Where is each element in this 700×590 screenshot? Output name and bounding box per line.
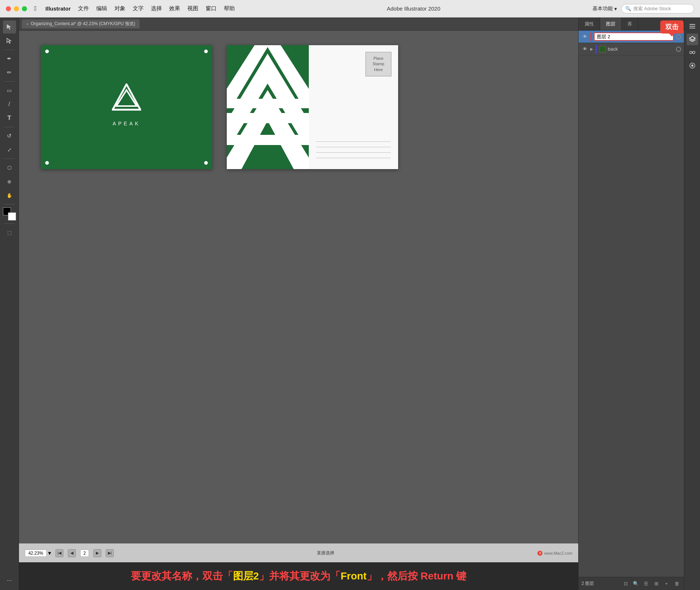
logo-area: APEAK	[112, 83, 141, 126]
nav-next-button[interactable]: ▶	[93, 549, 101, 557]
address-lines	[316, 141, 391, 158]
nav-first-button[interactable]: |◀	[55, 549, 63, 557]
tab-layers-label: 图层	[606, 21, 615, 27]
document-tab[interactable]: × Organizing_Content.ai* @ 42.23% (CMYK/…	[22, 19, 140, 28]
menu-object[interactable]: 对象	[114, 5, 125, 12]
line-icon: /	[8, 101, 10, 108]
zoom-tool[interactable]: ⊕	[3, 175, 16, 188]
panel-options-button[interactable]: ☰	[642, 579, 650, 588]
background-color[interactable]	[8, 212, 16, 220]
selection-tool[interactable]	[3, 20, 16, 34]
tab-properties[interactable]: 属性	[579, 17, 600, 30]
menu-edit[interactable]: 编辑	[96, 5, 107, 12]
pen-tool[interactable]: ✒	[3, 52, 16, 65]
page-number[interactable]: 2	[80, 550, 89, 557]
logo-text: APEAK	[113, 121, 141, 126]
toolbar-separator-3	[4, 127, 15, 127]
address-line-2	[316, 147, 391, 147]
toolbar-separator-4	[4, 159, 15, 159]
instruction-prefix: 要更改其名称，双击「	[131, 569, 233, 583]
address-line-4	[316, 158, 391, 158]
type-tool[interactable]: T	[3, 112, 16, 125]
center-area: × Organizing_Content.ai* @ 42.23% (CMYK/…	[19, 17, 578, 590]
links-icon	[689, 49, 696, 56]
canvas-area[interactable]: APEAK	[19, 31, 578, 543]
layer-vis-icon-layer2[interactable]: 👁	[582, 34, 588, 40]
layer-target-circle-layer2[interactable]	[676, 34, 681, 39]
nav-prev-button[interactable]: ◀	[68, 549, 76, 557]
new-sublayer-button[interactable]: ⊞	[652, 579, 661, 588]
instruction-layer-name: 图层2	[233, 569, 259, 583]
menu-text[interactable]: 文字	[133, 5, 144, 12]
tab-library[interactable]: 库	[622, 17, 638, 30]
menu-window[interactable]: 窗口	[206, 5, 217, 12]
make-clipping-mask-button[interactable]: ⊡	[621, 579, 630, 588]
more-tools[interactable]: ···	[3, 574, 16, 587]
macz-logo-small: Z www.MacZ.com	[537, 551, 572, 556]
instruction-suffix: 」，然后按 Return 键	[367, 569, 467, 583]
artboard-left: APEAK	[41, 45, 212, 169]
layers-panel-button[interactable]	[687, 34, 698, 45]
rectangle-tool[interactable]: ▭	[3, 84, 16, 97]
new-layer-button[interactable]: +	[662, 579, 671, 588]
hand-tool[interactable]: ✋	[3, 189, 16, 202]
tab-close-button[interactable]: ×	[26, 22, 28, 26]
artboard-tool[interactable]: ⬚	[3, 226, 16, 239]
menu-help[interactable]: 帮助	[224, 5, 235, 12]
properties-panel-button[interactable]	[687, 20, 698, 32]
hand-icon: ✋	[7, 193, 12, 198]
menu-select[interactable]: 选择	[151, 5, 162, 12]
layer-expand-icon-back[interactable]: ▶	[590, 47, 593, 51]
layer-vis-icon-back[interactable]: 👁	[582, 46, 588, 52]
color-boxes[interactable]	[3, 207, 16, 220]
corner-dot-br	[204, 161, 208, 165]
find-object-button[interactable]: 🔍	[631, 579, 640, 588]
workspace-button[interactable]: 基本功能 ▾	[592, 5, 617, 12]
rotate-tool[interactable]: ↺	[3, 129, 16, 142]
stamp-text: PlaceStampHere	[373, 56, 384, 73]
app-title: Adobe Illustrator 2020	[242, 5, 585, 12]
artboard-icon: ⬚	[7, 230, 12, 235]
properties-icon	[689, 23, 696, 30]
search-box[interactable]: 🔍 搜索 Adobe Stock	[621, 4, 694, 13]
app-name[interactable]: Illustrator	[46, 5, 71, 12]
rotate-icon: ↺	[7, 133, 12, 139]
layer-row-back[interactable]: 👁 ▶ back	[579, 43, 684, 55]
menu-effect[interactable]: 效果	[169, 5, 180, 12]
layer-target-circle-back[interactable]	[676, 47, 681, 52]
apple-menu[interactable]: 	[34, 5, 37, 12]
color-wheel-button[interactable]	[687, 60, 698, 71]
eraser-tool[interactable]: ⬡	[3, 161, 16, 174]
maximize-button[interactable]	[22, 6, 27, 11]
search-placeholder: 搜索 Adobe Stock	[633, 5, 671, 12]
brush-tool[interactable]: ✏	[3, 66, 16, 79]
panel-tabs: 属性 图层 库 双击	[579, 17, 684, 31]
svg-point-21	[691, 65, 693, 67]
instruction-new-name: Front	[341, 570, 367, 582]
tab-layers[interactable]: 图层	[600, 17, 622, 30]
menu-file[interactable]: 文件	[78, 5, 89, 12]
workspace-label: 基本功能	[592, 5, 613, 12]
tab-properties-label: 属性	[584, 21, 594, 27]
layer-name-back: back	[608, 46, 674, 52]
layers-count: 2 图层	[582, 581, 620, 587]
line-tool[interactable]: /	[3, 98, 16, 111]
zoom-dropdown-icon[interactable]: ▾	[48, 550, 51, 556]
direct-selection-tool[interactable]	[3, 34, 16, 47]
layer-color-bar-layer2	[590, 32, 592, 41]
menu-view[interactable]: 视图	[187, 5, 198, 12]
svg-rect-11	[689, 24, 695, 25]
links-panel-button[interactable]	[687, 47, 698, 58]
svg-marker-14	[689, 36, 695, 40]
scale-tool[interactable]: ⤢	[3, 143, 16, 156]
toolbar-separator-5	[4, 204, 15, 204]
minimize-button[interactable]	[14, 6, 19, 11]
zoom-value[interactable]: 42.23%	[25, 550, 47, 557]
corner-dot-tl	[45, 50, 49, 53]
rectangle-icon: ▭	[7, 87, 12, 93]
close-button[interactable]	[6, 6, 11, 11]
nav-last-button[interactable]: ▶|	[106, 549, 114, 557]
corner-dot-tr	[204, 50, 208, 53]
layer-name-input[interactable]	[594, 32, 674, 41]
delete-layer-button[interactable]: 🗑	[672, 579, 681, 588]
